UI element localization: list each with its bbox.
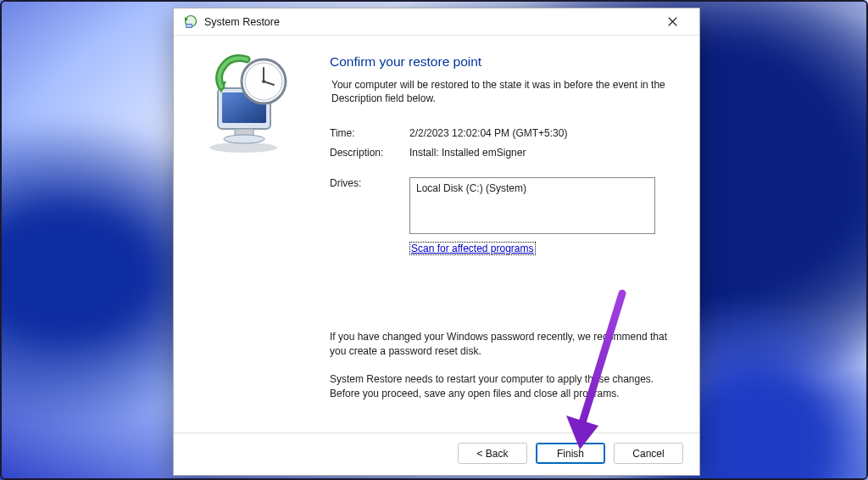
drives-listbox[interactable]: Local Disk (C:) (System) — [409, 177, 655, 234]
drives-value: Local Disk (C:) (System) — [416, 182, 648, 194]
close-icon — [668, 17, 677, 26]
svg-point-8 — [224, 135, 264, 143]
time-label: Time: — [330, 127, 409, 139]
description-row: Description: Install: Installed emSigner — [330, 147, 674, 159]
main-panel: Confirm your restore point Your computer… — [318, 36, 699, 433]
page-heading: Confirm your restore point — [330, 54, 674, 70]
password-note: If you have changed your Windows passwor… — [330, 330, 674, 359]
description-label: Description: — [330, 147, 409, 159]
footer: < Back Finish Cancel — [174, 433, 699, 475]
svg-point-13 — [262, 80, 265, 83]
description-value: Install: Installed emSigner — [409, 147, 674, 159]
content-area: Confirm your restore point Your computer… — [174, 36, 699, 433]
back-button[interactable]: < Back — [458, 443, 527, 464]
system-restore-dialog: System Restore — [173, 8, 700, 476]
titlebar: System Restore — [174, 8, 699, 36]
system-restore-icon — [182, 14, 198, 30]
drives-label: Drives: — [330, 177, 409, 234]
svg-point-3 — [209, 142, 277, 153]
finish-button[interactable]: Finish — [536, 443, 605, 464]
sidebar — [174, 36, 318, 433]
cancel-button[interactable]: Cancel — [614, 443, 683, 464]
scan-affected-programs-link[interactable]: Scan for affected programs — [409, 242, 536, 255]
svg-rect-2 — [186, 25, 192, 27]
time-row: Time: 2/2/2023 12:02:04 PM (GMT+5:30) — [330, 127, 674, 139]
time-value: 2/2/2023 12:02:04 PM (GMT+5:30) — [409, 127, 674, 139]
intro-text: Your computer will be restored to the st… — [330, 78, 674, 105]
system-restore-graphic — [189, 47, 298, 154]
restart-note: System Restore needs to restart your com… — [330, 372, 674, 401]
close-button[interactable] — [654, 10, 691, 34]
drives-row: Drives: Local Disk (C:) (System) — [330, 177, 674, 234]
window-title: System Restore — [204, 16, 280, 28]
